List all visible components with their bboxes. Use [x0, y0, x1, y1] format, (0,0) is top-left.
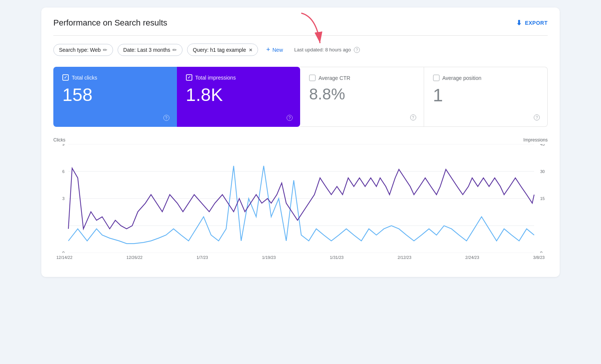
chart-area: 9 6 3 0 45 30 15 0: [53, 144, 548, 253]
filters-row: Search type: Web ✏ Date: Last 3 months ✏…: [53, 43, 548, 56]
search-type-filter[interactable]: Search type: Web ✏: [53, 44, 113, 56]
date-edit-icon: ✏: [172, 47, 177, 53]
impressions-help-icon[interactable]: ?: [287, 115, 293, 121]
clicks-help-icon[interactable]: ?: [163, 115, 169, 121]
clicks-checkbox[interactable]: [62, 74, 69, 81]
header-divider: [53, 35, 548, 36]
impressions-header: Total impressions: [186, 74, 291, 81]
search-type-edit-icon: ✏: [103, 47, 107, 53]
query-label: Query: h1 tag example: [193, 47, 246, 53]
x-label-0: 12/14/22: [56, 255, 72, 260]
query-filter[interactable]: Query: h1 tag example ×: [187, 44, 258, 56]
svg-text:15: 15: [540, 196, 545, 201]
ctr-metric-card[interactable]: Average CTR 8.8% ?: [300, 67, 424, 127]
svg-text:45: 45: [540, 144, 545, 146]
x-axis-labels: 12/14/22 12/26/22 1/7/23 1/19/23 1/31/23…: [53, 255, 548, 260]
position-value: 1: [433, 86, 539, 104]
new-filter-button[interactable]: + New: [263, 43, 287, 56]
x-label-3: 1/19/23: [262, 255, 276, 260]
ctr-help-icon[interactable]: ?: [410, 114, 416, 120]
impressions-checkbox[interactable]: [186, 74, 192, 81]
clicks-metric-card[interactable]: Total clicks 158 ?: [53, 67, 177, 127]
ctr-help[interactable]: ?: [409, 114, 416, 120]
x-label-2: 1/7/23: [196, 255, 208, 260]
chart-container: Clicks Impressions 9 6 3 0 45 30 15 0: [53, 137, 548, 265]
main-card: Performance on Search results ⬇ EXPORT S…: [41, 8, 560, 277]
left-axis-label: Clicks: [53, 137, 65, 143]
impressions-help[interactable]: ?: [285, 114, 293, 121]
x-label-1: 12/26/22: [127, 255, 143, 260]
svg-text:0: 0: [540, 251, 542, 253]
svg-text:3: 3: [62, 196, 65, 201]
clicks-label: Total clicks: [72, 75, 97, 81]
position-metric-card[interactable]: Average position 1 ?: [424, 67, 548, 127]
svg-text:0: 0: [62, 251, 65, 253]
right-axis-label: Impressions: [523, 137, 548, 143]
date-label: Date: Last 3 months: [123, 47, 170, 53]
search-type-label: Search type: Web: [59, 47, 101, 53]
metrics-row: Total clicks 158 ? Total impressions 1.8…: [53, 67, 548, 127]
svg-text:9: 9: [62, 144, 65, 146]
ctr-label: Average CTR: [319, 75, 350, 81]
ctr-value: 8.8%: [309, 86, 415, 102]
x-label-4: 1/31/23: [330, 255, 344, 260]
impressions-value: 1.8K: [186, 86, 291, 104]
date-filter[interactable]: Date: Last 3 months ✏: [118, 44, 183, 56]
position-help-icon[interactable]: ?: [534, 114, 540, 120]
export-label: EXPORT: [525, 20, 548, 26]
impressions-metric-card[interactable]: Total impressions 1.8K ?: [177, 67, 300, 127]
clicks-line: [68, 166, 534, 244]
x-label-5: 2/12/23: [397, 255, 411, 260]
clicks-header: Total clicks: [62, 74, 168, 81]
page-title: Performance on Search results: [53, 18, 167, 28]
chart-axis-labels: Clicks Impressions: [53, 137, 548, 143]
ctr-header: Average CTR: [309, 75, 415, 81]
last-updated-help-icon[interactable]: ?: [354, 47, 360, 53]
export-button[interactable]: ⬇ EXPORT: [516, 19, 548, 27]
ctr-checkbox[interactable]: [309, 75, 316, 81]
filters-section: Search type: Web ✏ Date: Last 3 months ✏…: [53, 43, 548, 56]
position-checkbox[interactable]: [433, 75, 439, 81]
plus-icon: +: [266, 46, 270, 54]
chart-svg: 9 6 3 0 45 30 15 0: [53, 144, 548, 253]
svg-text:6: 6: [62, 169, 65, 173]
query-close-icon[interactable]: ×: [249, 47, 252, 53]
svg-text:30: 30: [540, 169, 545, 173]
x-label-7: 3/8/23: [533, 255, 545, 260]
impressions-label: Total impressions: [195, 75, 236, 81]
new-label: New: [272, 47, 283, 53]
page-header: Performance on Search results ⬇ EXPORT: [53, 18, 548, 28]
clicks-help[interactable]: ?: [162, 114, 169, 121]
export-icon: ⬇: [516, 19, 522, 27]
position-label: Average position: [442, 75, 482, 81]
position-help[interactable]: ?: [532, 114, 540, 120]
x-label-6: 2/24/23: [465, 255, 479, 260]
position-header: Average position: [433, 75, 539, 81]
clicks-value: 158: [62, 86, 168, 104]
last-updated-text: Last updated: 8 hours ago ?: [294, 47, 360, 53]
